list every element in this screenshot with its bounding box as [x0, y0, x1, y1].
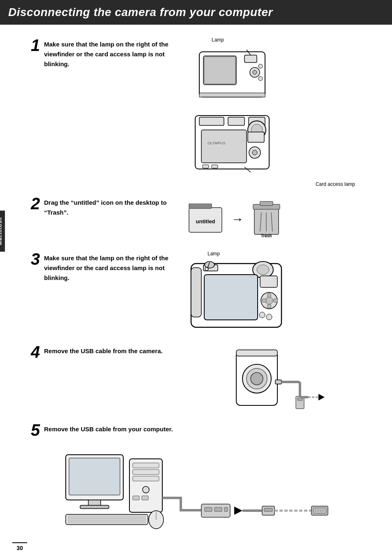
- step-2-number: 2: [31, 195, 40, 212]
- svg-rect-62: [69, 458, 120, 495]
- svg-rect-73: [68, 516, 146, 518]
- step-2-illustration: untitled →: [187, 199, 371, 238]
- step-4-text-col: 4 Remove the USB cable from the camera.: [31, 344, 187, 410]
- svg-point-7: [258, 76, 263, 81]
- svg-point-19: [252, 150, 257, 155]
- step-4-text: Remove the USB cable from the camera.: [44, 344, 187, 356]
- svg-rect-67: [133, 470, 159, 474]
- svg-rect-71: [142, 496, 148, 500]
- svg-rect-2: [204, 57, 235, 84]
- step-2-text: Drag the “untitled” icon on the desktop …: [44, 195, 187, 217]
- svg-point-49: [259, 312, 265, 318]
- step-5-text-col: 5 Remove the USB cable from your compute…: [31, 422, 187, 438]
- svg-rect-53: [236, 350, 277, 356]
- svg-rect-79: [205, 507, 212, 511]
- step-3-number: 3: [31, 251, 40, 267]
- svg-text:untitled: untitled: [196, 218, 215, 224]
- svg-rect-84: [264, 508, 272, 511]
- svg-rect-68: [133, 476, 159, 481]
- svg-point-50: [266, 314, 272, 320]
- svg-rect-16: [201, 130, 247, 163]
- svg-point-44: [265, 297, 273, 304]
- svg-rect-20: [203, 165, 209, 168]
- step-1-text-col: 1 Make sure that the lamp on the right o…: [31, 37, 187, 187]
- camera-front-svg: [187, 44, 277, 109]
- svg-rect-48: [274, 299, 278, 302]
- svg-point-56: [251, 373, 263, 385]
- step-3: 3 Make sure that the lamp on the right o…: [23, 251, 384, 336]
- svg-rect-3: [244, 55, 257, 62]
- step-2: 2 Drag the “untitled” icon on the deskto…: [23, 195, 384, 238]
- svg-point-39: [257, 265, 269, 275]
- svg-rect-64: [80, 505, 109, 509]
- step-4: 4 Remove the USB cable from the camera.: [23, 344, 384, 410]
- camera-back-svg: OLYMPUS: [187, 111, 277, 185]
- trash-icon-container: Trash: [251, 199, 282, 238]
- page-container: Disconnecting the camera from your compu…: [0, 0, 392, 553]
- svg-rect-11: [199, 117, 224, 125]
- step-3-text-col: 3 Make sure that the lamp on the right o…: [31, 251, 187, 336]
- svg-rect-47: [262, 299, 266, 302]
- svg-rect-40: [204, 275, 258, 320]
- svg-rect-66: [133, 463, 159, 468]
- svg-point-6: [258, 64, 263, 68]
- svg-marker-60: [318, 394, 325, 400]
- page-number: 30: [12, 542, 27, 551]
- svg-rect-46: [267, 304, 271, 308]
- svg-rect-80: [214, 507, 222, 511]
- svg-rect-25: [189, 204, 212, 208]
- header-banner: Disconnecting the camera from your compu…: [0, 0, 392, 25]
- svg-point-69: [143, 486, 149, 493]
- svg-rect-42: [260, 276, 277, 287]
- step-4-illustration: [187, 344, 371, 410]
- drag-arrow: →: [231, 212, 244, 226]
- svg-rect-12: [228, 117, 244, 125]
- camera-back-large-svg: [187, 257, 286, 336]
- svg-rect-29: [260, 201, 273, 206]
- step-1-illustration: Lamp: [187, 37, 371, 187]
- svg-rect-57: [275, 380, 281, 384]
- svg-rect-81: [224, 507, 228, 511]
- svg-rect-75: [68, 521, 146, 523]
- page-title: Disconnecting the camera from your compu…: [8, 6, 384, 19]
- step-5: 5 Remove the USB cable from your compute…: [23, 422, 384, 438]
- svg-rect-45: [267, 293, 271, 297]
- card-access-label: Card access lamp: [316, 181, 355, 187]
- step-4-number: 4: [31, 344, 40, 360]
- svg-text:OLYMPUS: OLYMPUS: [208, 141, 225, 145]
- svg-rect-9: [199, 93, 265, 97]
- untitled-disk-icon: untitled: [187, 204, 224, 234]
- step-3-illustration: Lamp: [187, 251, 371, 336]
- usb-camera-svg: [232, 344, 327, 410]
- untitled-icon-container: untitled: [187, 204, 224, 234]
- step-1-number: 1: [31, 37, 40, 53]
- step-5-number: 5: [31, 422, 40, 438]
- content-area: 1 Make sure that the lamp on the right o…: [0, 37, 392, 541]
- svg-rect-35: [191, 268, 201, 317]
- svg-marker-82: [234, 507, 242, 515]
- step-2-text-col: 2 Drag the “untitled” icon on the deskto…: [31, 195, 187, 238]
- svg-text:Trash: Trash: [261, 234, 272, 238]
- svg-point-5: [253, 70, 257, 74]
- step-5-illustration: [23, 451, 384, 541]
- step-5-text: Remove the USB cable from your computer.: [44, 422, 187, 434]
- computer-usb-svg: [58, 451, 345, 533]
- svg-rect-17: [248, 132, 264, 142]
- step-1-text: Make sure that the lamp on the right of …: [44, 37, 187, 69]
- svg-rect-70: [133, 496, 139, 500]
- lamp-label-1: Lamp: [212, 37, 224, 43]
- svg-rect-74: [68, 518, 146, 521]
- lamp-label-3: Lamp: [208, 251, 220, 257]
- step-3-text: Make sure that the lamp on the right of …: [44, 251, 187, 283]
- svg-rect-86: [313, 508, 326, 514]
- sidebar-label: Macintosh: [0, 211, 5, 252]
- step-1: 1 Make sure that the lamp on the right o…: [23, 37, 384, 187]
- trash-svg: Trash: [251, 199, 282, 238]
- svg-rect-21: [212, 165, 218, 168]
